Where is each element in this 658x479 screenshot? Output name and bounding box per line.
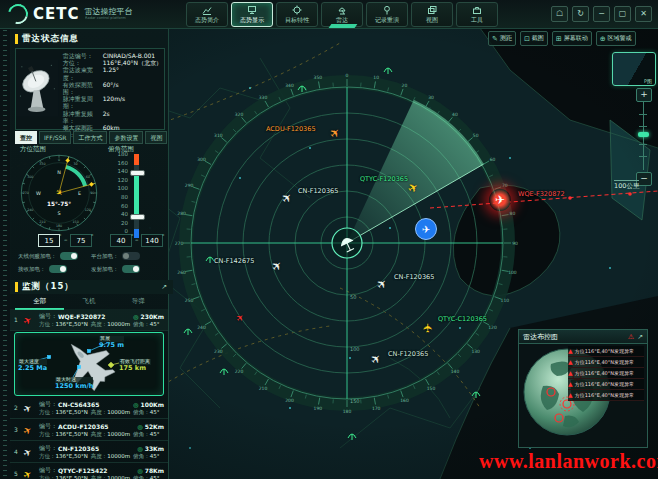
app-logo: CETC 雷达操控平台 Radar control platform — [8, 4, 133, 24]
map-tool-0[interactable]: ✎测距 — [488, 31, 516, 46]
svg-text:270: 270 — [175, 241, 183, 246]
target-list-item-5[interactable]: 5✈编号：QTYC-F125422◎ 78Km方位：136°E,50°N高度：1… — [10, 463, 168, 479]
refresh-button[interactable]: ↻ — [572, 6, 589, 22]
nav-tools[interactable]: 工具 — [456, 2, 498, 27]
radar-info-card: 雷达编号：CINRAD/SA-B.001方位：116°E,40°N（北京）雷达波… — [15, 48, 165, 130]
map-tool-1[interactable]: ⊡截图 — [520, 31, 548, 46]
svg-text:150: 150 — [350, 398, 360, 404]
azimuth-from-input[interactable] — [38, 234, 60, 247]
logo-mark-icon — [4, 0, 31, 27]
control-tab-0[interactable]: 查控 — [15, 131, 37, 144]
item-fields: 编号：CN-F120365◎ 33Km方位：136°E,50°N高度：10000… — [39, 444, 164, 460]
field-label: 脉冲重复周期： — [63, 95, 103, 109]
svg-text:100: 100 — [350, 346, 360, 352]
elevation-to-input[interactable] — [141, 234, 163, 247]
azimuth-compass[interactable]: 0306090120150180210240270300330NESW ✈ 15… — [18, 152, 100, 234]
aircraft-marker-badge[interactable]: ✈ — [415, 218, 437, 240]
target-list-item-1[interactable]: 1✈编号：WQE-F320872◎ 230Km方位：136°E,50°N高度：1… — [10, 309, 168, 331]
nav-situation-display[interactable]: 态势显示 — [231, 2, 273, 27]
elevation-from-input[interactable] — [110, 234, 132, 247]
warning-item-2[interactable]: ▲方位116°E,40°N发现异常 — [568, 368, 644, 379]
warning-item-1[interactable]: ▲方位116°E,40°N发现异常 — [568, 357, 644, 368]
skin-button[interactable]: ☖ — [551, 6, 568, 22]
azimuth-range-value: 15°-75° — [47, 201, 71, 207]
spec-range: 有效飞行距离175 km — [119, 359, 151, 372]
warning-text: 方位116°E,40°N发现异常 — [575, 392, 634, 398]
radar-info-row: 方位：116°E,40°N（北京） — [63, 59, 162, 66]
zoom-in-button[interactable]: + — [636, 88, 652, 102]
close-button[interactable]: ✕ — [635, 6, 652, 22]
warning-text: 方位116°E,40°N发现异常 — [575, 359, 634, 365]
map-tool-3[interactable]: ⊕区域警戒 — [596, 31, 636, 46]
天线伺服加电-toggle[interactable] — [60, 252, 78, 260]
svg-text:350: 350 — [314, 75, 323, 80]
平台加电-toggle[interactable] — [122, 252, 140, 260]
range-dash: – — [64, 236, 68, 244]
azimuth-to-input[interactable] — [70, 234, 92, 247]
elevation-handle-low[interactable] — [130, 214, 145, 220]
svg-text:60: 60 — [86, 175, 90, 179]
elevation-handle-high[interactable] — [130, 170, 145, 176]
degree-unit: ° — [131, 233, 134, 239]
aircraft-label: ACDU-F120365 — [266, 125, 316, 133]
monitor-expand-icon[interactable]: ↗ — [161, 283, 167, 291]
target-list-item-2[interactable]: 2✈编号：CN-C564365◎ 100Km方位：136°E,50°N高度：10… — [10, 397, 168, 419]
warning-triangle-icon: ▲ — [568, 392, 573, 398]
header-accent-bar — [15, 282, 18, 292]
svg-text:290: 290 — [185, 183, 194, 188]
spec-wingspan: 翼展9.75 m — [99, 336, 124, 349]
nav-target-characteristics[interactable]: 目标特性 — [276, 2, 318, 27]
nav-views[interactable]: 视图 — [411, 2, 453, 27]
toggle-label: 发射加电： — [91, 266, 119, 273]
zoom-handle[interactable] — [638, 132, 649, 137]
item-index: 4 — [12, 448, 20, 455]
warning-item-4[interactable]: ▲方位116°E,40°N发现异常 — [568, 390, 644, 401]
aircraft-marker-alert[interactable]: ✈ — [489, 189, 511, 211]
elevation-track[interactable] — [134, 154, 139, 238]
radar-info-row: 雷达波束宽度：1.25° — [63, 66, 162, 80]
field-value: 1.25° — [103, 66, 119, 80]
svg-text:150: 150 — [427, 386, 436, 391]
发射加电-toggle[interactable] — [122, 265, 140, 273]
alert-icon: ⚠ — [628, 333, 634, 341]
接收加电-toggle[interactable] — [49, 265, 67, 273]
target-list-item-4[interactable]: 4✈编号：CN-F120365◎ 33Km方位：136°E,50°N高度：100… — [10, 441, 168, 463]
aircraft-marker[interactable]: ✈ — [420, 320, 436, 336]
minimize-button[interactable]: − — [593, 6, 610, 22]
monitor-tab-0[interactable]: 全部 — [15, 295, 64, 310]
elevation-slider[interactable]: 180160140120100806040200 — [106, 154, 164, 238]
control-tab-3[interactable]: 参数设置 — [109, 131, 143, 144]
toggle-row: 天线伺服加电： — [18, 252, 91, 260]
target-list-item-3[interactable]: 3✈编号：ACDU-F120365◎ 52Km方位：136°E,50°N高度：1… — [10, 419, 168, 441]
minimap[interactable]: P图 — [612, 52, 656, 86]
tools-icon — [472, 5, 482, 15]
monitor-tab-1[interactable]: 飞机 — [64, 295, 113, 310]
titlebar-accent — [329, 24, 358, 28]
nav-record-replay[interactable]: 记录重演 — [366, 2, 408, 27]
svg-text:40: 40 — [452, 112, 458, 117]
monitor-tab-2[interactable]: 导弹 — [114, 295, 163, 310]
toggle-label: 接收加电： — [18, 266, 46, 273]
control-tab-2[interactable]: 工作方式 — [73, 131, 107, 144]
control-tab-1[interactable]: IFF/SSR — [39, 131, 71, 144]
svg-text:170: 170 — [372, 406, 381, 411]
control-tab-4[interactable]: 视图 — [145, 131, 167, 144]
svg-text:310: 310 — [214, 133, 223, 138]
warning-triangle-icon: ▲ — [568, 359, 573, 365]
warning-item-0[interactable]: ▲方位116°E,40°N发现异常 — [568, 346, 644, 357]
restore-button[interactable]: ▢ — [614, 6, 631, 22]
field-value: 116°E,40°N（北京） — [103, 59, 162, 66]
deploy-expand-icon[interactable]: ↗ — [637, 333, 643, 341]
map-tool-2[interactable]: ⊞屏幕联动 — [552, 31, 592, 46]
nav-situation-brief[interactable]: 态势简介 — [186, 2, 228, 27]
warning-text: 方位116°E,40°N发现异常 — [575, 381, 634, 387]
deploy-panel-header: 雷达布控图 ⚠ ↗ — [519, 330, 647, 344]
chart-icon — [202, 5, 212, 15]
svg-text:250: 250 — [185, 298, 194, 303]
elevation-scale-label: 40 — [112, 211, 128, 217]
monitor-tabs: 全部飞机导弹 — [15, 295, 163, 310]
warning-text: 方位116°E,40°N发现异常 — [575, 348, 634, 354]
target-detail-card[interactable]: 最大速度2.25 Ma 翼展9.75 m 最大时速1250 km/h 有效飞行距… — [14, 332, 164, 396]
warning-item-3[interactable]: ▲方位116°E,40°N发现异常 — [568, 379, 644, 390]
radar-deploy-panel: 雷达布控图 ⚠ ↗ ▲方位116° — [518, 329, 648, 448]
